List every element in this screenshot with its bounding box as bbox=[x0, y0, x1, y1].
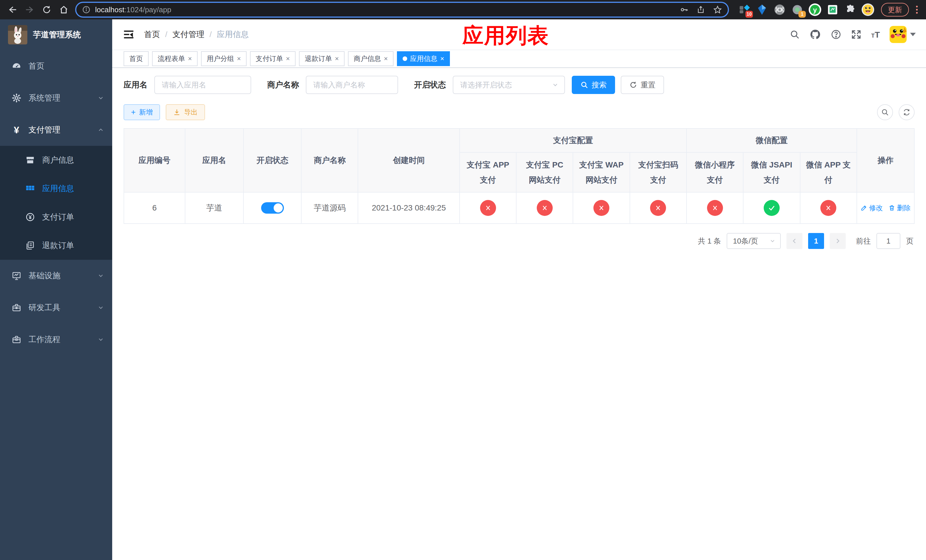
sidebar-item-infrastructure[interactable]: 基础设施 bbox=[0, 260, 112, 292]
tab-refund-orders[interactable]: 退款订单 × bbox=[299, 51, 345, 66]
tab-user-group[interactable]: 用户分组 × bbox=[201, 51, 247, 66]
user-menu[interactable] bbox=[890, 26, 916, 43]
delete-link[interactable]: 删除 bbox=[888, 203, 911, 212]
close-icon[interactable]: × bbox=[335, 55, 339, 62]
close-icon[interactable]: × bbox=[188, 55, 192, 62]
extensions-puzzle-button[interactable] bbox=[844, 3, 856, 16]
tab-app-info[interactable]: 应用信息 × bbox=[397, 51, 450, 66]
add-button[interactable]: + 新增 bbox=[124, 104, 160, 120]
goto-unit-label: 页 bbox=[906, 236, 914, 246]
browser-back-button[interactable] bbox=[5, 2, 21, 18]
breadcrumb-separator: / bbox=[210, 30, 212, 39]
edit-link[interactable]: 修改 bbox=[861, 203, 883, 212]
extension-emoji-avatar[interactable] bbox=[862, 3, 874, 16]
active-tab-dot bbox=[402, 56, 407, 61]
wechat-app-status-icon bbox=[820, 200, 836, 216]
y-logo-icon: y bbox=[809, 3, 821, 16]
pikachu-avatar-icon bbox=[890, 26, 906, 43]
search-icon[interactable] bbox=[790, 29, 800, 39]
browser-menu-button[interactable] bbox=[912, 3, 921, 17]
refresh-button[interactable] bbox=[899, 104, 915, 120]
tab-merchant-info[interactable]: 商户信息 × bbox=[348, 51, 393, 66]
breadcrumb-payment[interactable]: 支付管理 bbox=[172, 29, 204, 40]
sidebar-item-system[interactable]: 系统管理 bbox=[0, 82, 112, 114]
share-icon[interactable] bbox=[696, 5, 705, 14]
goto-page-input[interactable] bbox=[876, 233, 900, 249]
forward-icon bbox=[25, 5, 35, 15]
tab-process-form[interactable]: 流程表单 × bbox=[152, 51, 198, 66]
logo-image bbox=[8, 25, 27, 44]
home-icon bbox=[59, 5, 69, 15]
alipay-app-status-icon bbox=[480, 200, 496, 216]
prev-page-button[interactable] bbox=[787, 233, 802, 249]
reset-button[interactable]: 重置 bbox=[621, 76, 664, 94]
cell-merchant: 芋道源码 bbox=[301, 192, 358, 224]
url-bar[interactable]: localhost:1024/pay/app bbox=[75, 2, 729, 18]
extension-kite[interactable] bbox=[756, 3, 768, 16]
app-name-input[interactable] bbox=[154, 76, 251, 94]
cell-app-name: 芋道 bbox=[185, 192, 244, 224]
browser-reload-button[interactable] bbox=[39, 2, 54, 18]
sidebar-item-pay-orders[interactable]: 支付订单 bbox=[0, 203, 112, 231]
url-text: localhost:1024/pay/app bbox=[95, 5, 675, 14]
password-key-icon[interactable] bbox=[679, 5, 688, 14]
close-icon[interactable]: × bbox=[440, 55, 444, 62]
browser-update-button[interactable]: 更新 bbox=[881, 3, 909, 17]
column-header-app-id: 应用编号 bbox=[124, 129, 185, 192]
sidebar-item-home[interactable]: 首页 bbox=[0, 50, 112, 82]
wechat-jsapi-status-icon bbox=[764, 200, 780, 216]
github-icon[interactable] bbox=[809, 29, 821, 40]
documents-icon bbox=[25, 241, 35, 250]
tab-home[interactable]: 首页 bbox=[124, 51, 149, 66]
close-icon[interactable]: × bbox=[286, 55, 290, 62]
alipay-pc-status-icon bbox=[537, 200, 553, 216]
extension-recorder[interactable]: 1 bbox=[791, 3, 803, 16]
column-header-actions: 操作 bbox=[857, 129, 914, 192]
status-toggle[interactable] bbox=[261, 202, 284, 213]
merchant-name-input[interactable] bbox=[306, 76, 398, 94]
extension-y-logo[interactable]: y bbox=[809, 3, 821, 16]
sidebar: 芋道管理系统 首页 系统管理 ¥ 支付管理 bbox=[0, 20, 112, 560]
sidebar-item-merchant-info[interactable]: 商户信息 bbox=[0, 146, 112, 174]
site-info-icon[interactable] bbox=[82, 5, 91, 14]
sidebar-item-workflow[interactable]: 工作流程 bbox=[0, 324, 112, 356]
extension-notes[interactable] bbox=[826, 3, 839, 16]
bookmark-star-icon[interactable] bbox=[713, 5, 722, 14]
browser-home-button[interactable] bbox=[56, 2, 72, 18]
cell-status bbox=[244, 192, 301, 224]
breadcrumb-home[interactable]: 首页 bbox=[144, 29, 160, 40]
font-size-icon[interactable]: TT bbox=[871, 30, 880, 39]
sidebar-logo[interactable]: 芋道管理系统 bbox=[0, 20, 112, 50]
close-icon[interactable]: × bbox=[237, 55, 241, 62]
sidebar-item-label: 首页 bbox=[29, 61, 104, 71]
column-header-wechat-mini: 微信小程序支付 bbox=[687, 152, 743, 192]
sidebar-item-refund-orders[interactable]: 退款订单 bbox=[0, 231, 112, 260]
toggle-search-button[interactable] bbox=[877, 104, 893, 120]
payment-submenu: 商户信息 应用信息 支付订单 bbox=[0, 146, 112, 260]
sidebar-item-app-info[interactable]: 应用信息 bbox=[0, 174, 112, 203]
extension-tampermonkey[interactable]: 10 bbox=[738, 3, 750, 16]
search-button[interactable]: 搜索 bbox=[572, 76, 615, 94]
sidebar-item-payment[interactable]: ¥ 支付管理 bbox=[0, 114, 112, 146]
collapse-sidebar-button[interactable] bbox=[123, 28, 135, 41]
grid-table-icon bbox=[25, 184, 35, 194]
status-select[interactable]: 请选择开启状态 bbox=[453, 76, 565, 94]
next-page-button[interactable] bbox=[830, 233, 846, 249]
close-icon[interactable]: × bbox=[384, 55, 388, 62]
chevron-down-icon bbox=[97, 272, 104, 279]
fullscreen-icon[interactable] bbox=[851, 29, 861, 39]
column-header-wechat-jsapi: 微信 JSAPI 支付 bbox=[743, 152, 800, 192]
browser-forward-button[interactable] bbox=[22, 2, 38, 18]
sidebar-item-dev-tools[interactable]: 研发工具 bbox=[0, 292, 112, 324]
tab-label: 退款订单 bbox=[305, 54, 332, 63]
help-icon[interactable] bbox=[831, 29, 841, 40]
sidebar-menu: 首页 系统管理 ¥ 支付管理 bbox=[0, 50, 112, 560]
sidebar-item-label: 退款订单 bbox=[42, 240, 104, 251]
page-number-1[interactable]: 1 bbox=[808, 233, 824, 249]
tab-pay-orders[interactable]: 支付订单 × bbox=[250, 51, 295, 66]
export-button[interactable]: 导出 bbox=[166, 104, 205, 120]
extension-badge: 10 bbox=[746, 11, 753, 18]
extension-command[interactable] bbox=[773, 3, 786, 16]
column-header-alipay-app: 支付宝 APP 支付 bbox=[460, 152, 516, 192]
page-size-select[interactable]: 10条/页 bbox=[727, 233, 781, 249]
